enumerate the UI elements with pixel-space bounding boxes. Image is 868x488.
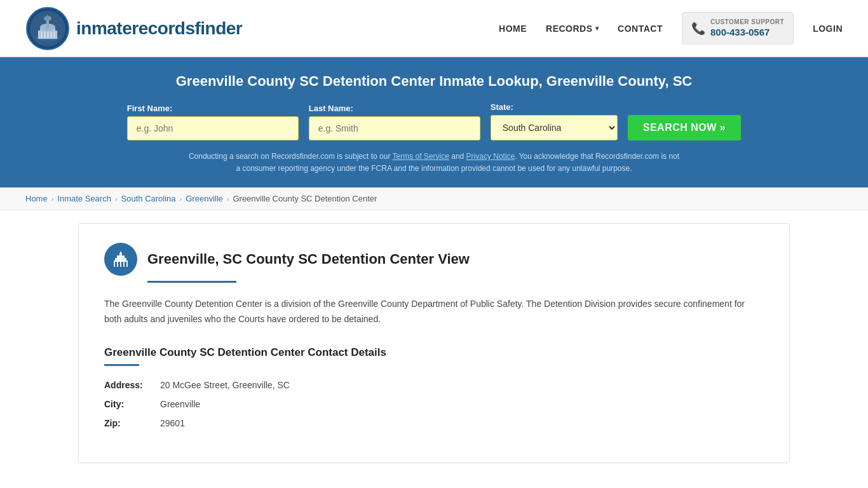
state-group: State: AlabamaAlaskaArizonaArkansasCalif…: [491, 102, 618, 140]
svg-rect-10: [43, 30, 44, 38]
zip-row: Zip: 29601: [104, 418, 764, 428]
nav-home[interactable]: HOME: [499, 24, 527, 34]
logo-icon: [25, 6, 70, 51]
svg-rect-21: [118, 262, 120, 267]
breadcrumb-home[interactable]: Home: [25, 194, 48, 203]
svg-rect-19: [120, 252, 121, 254]
phone-icon: 📞: [691, 22, 705, 36]
last-name-group: Last Name:: [309, 104, 480, 140]
sep-4: ›: [227, 195, 229, 203]
last-name-label: Last Name:: [309, 104, 353, 113]
address-row: Address: 20 McGee Street, Greenville, SC: [104, 380, 764, 390]
state-select[interactable]: AlabamaAlaskaArizonaArkansasCaliforniaCo…: [491, 115, 618, 140]
main-content: Greenville, SC County SC Detention Cente…: [53, 223, 815, 463]
disclaimer-text: Conducting a search on Recordsfinder.com…: [186, 151, 682, 175]
svg-rect-23: [125, 262, 126, 267]
nav-contact[interactable]: CONTACT: [618, 24, 663, 34]
state-label: State:: [491, 102, 513, 112]
breadcrumb-current: Greenville County SC Detention Center: [233, 194, 377, 203]
city-row: City: Greenville: [104, 399, 764, 409]
sep-1: ›: [51, 195, 54, 203]
support-number: 800-433-0567: [710, 26, 784, 39]
banner-title: Greenville County SC Detention Center In…: [25, 73, 843, 90]
facility-title: Greenville, SC County SC Detention Cente…: [147, 251, 470, 268]
city-label: City:: [104, 399, 155, 409]
svg-rect-9: [39, 30, 41, 38]
city-value: Greenville: [160, 399, 200, 409]
title-underline: [147, 281, 236, 283]
content-card: Greenville, SC County SC Detention Cente…: [78, 223, 790, 463]
breadcrumb-inmate-search[interactable]: Inmate Search: [57, 194, 111, 203]
search-form: First Name: Last Name: State: AlabamaAla…: [25, 102, 843, 140]
section-underline: [104, 364, 139, 366]
last-name-input[interactable]: [309, 116, 480, 140]
contact-section-title: Greenville County SC Detention Center Co…: [104, 346, 764, 359]
search-banner: Greenville County SC Detention Center In…: [0, 57, 868, 187]
nav-login[interactable]: LOGIN: [813, 24, 843, 34]
first-name-input[interactable]: [127, 116, 299, 140]
svg-rect-22: [121, 262, 123, 267]
facility-header: Greenville, SC County SC Detention Cente…: [104, 243, 764, 276]
address-value: 20 McGee Street, Greenville, SC: [160, 380, 290, 390]
svg-rect-12: [49, 30, 50, 38]
svg-rect-14: [55, 30, 57, 38]
site-header: inmaterecordsfinder HOME RECORDS ▾ CONTA…: [0, 0, 868, 57]
sep-3: ›: [180, 195, 182, 203]
breadcrumb-greenville[interactable]: Greenville: [186, 194, 223, 203]
search-button[interactable]: SEARCH NOW »: [628, 115, 741, 140]
privacy-link[interactable]: Privacy Notice: [466, 152, 515, 161]
support-label: CUSTOMER SUPPORT: [710, 18, 784, 26]
first-name-group: First Name:: [127, 104, 299, 140]
breadcrumb-south-carolina[interactable]: South Carolina: [121, 194, 176, 203]
address-label: Address:: [104, 380, 155, 390]
facility-description: The Greenville County Detention Center i…: [104, 297, 764, 327]
logo[interactable]: inmaterecordsfinder: [25, 6, 242, 51]
zip-label: Zip:: [104, 418, 155, 428]
customer-support[interactable]: 📞 CUSTOMER SUPPORT 800-433-0567: [682, 12, 794, 44]
breadcrumb: Home › Inmate Search › South Carolina › …: [0, 187, 868, 210]
zip-value: 29601: [160, 418, 185, 428]
building-icon: [112, 250, 130, 268]
nav-records[interactable]: RECORDS ▾: [546, 24, 599, 34]
facility-icon: [104, 243, 137, 276]
chevron-down-icon: ▾: [595, 25, 599, 32]
svg-rect-8: [47, 15, 48, 19]
sep-2: ›: [115, 195, 118, 203]
svg-rect-11: [46, 30, 47, 38]
terms-link[interactable]: Terms of Service: [393, 152, 449, 161]
logo-text: inmaterecordsfinder: [76, 18, 242, 39]
first-name-label: First Name:: [127, 104, 173, 113]
svg-rect-13: [52, 30, 53, 38]
svg-rect-20: [115, 262, 117, 267]
main-nav: HOME RECORDS ▾ CONTACT 📞 CUSTOMER SUPPOR…: [499, 12, 843, 44]
